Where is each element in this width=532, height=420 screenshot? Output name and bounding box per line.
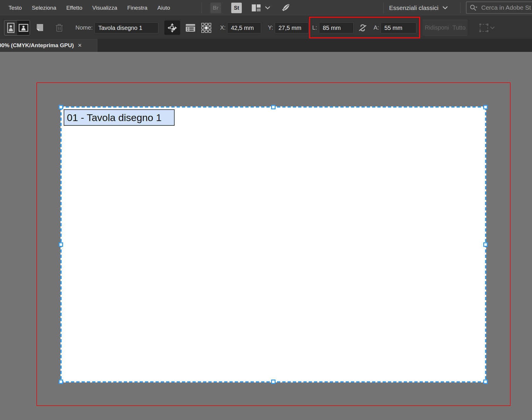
width-label: L: bbox=[312, 16, 317, 39]
trash-icon[interactable] bbox=[55, 23, 64, 32]
main-menu: Testo Seleziona Effetto Visualizza Fines… bbox=[4, 0, 175, 16]
width-input[interactable] bbox=[319, 22, 354, 33]
document-tab-title: 00% (CMYK/Anteprima GPU) bbox=[0, 42, 74, 49]
close-icon[interactable]: × bbox=[78, 42, 82, 49]
orientation-group bbox=[4, 20, 30, 35]
selection-handle-top-left[interactable] bbox=[59, 105, 63, 109]
reference-point-icon[interactable] bbox=[201, 22, 212, 33]
selection-handle-top-middle[interactable] bbox=[271, 105, 276, 109]
search-input[interactable] bbox=[481, 4, 532, 11]
canvas-area[interactable]: 01 - Tavola disegno 1 bbox=[0, 52, 532, 420]
menu-item-aiuto[interactable]: Aiuto bbox=[152, 0, 175, 16]
workspace-name: Essenziali classici bbox=[389, 4, 438, 11]
menu-item-testo[interactable]: Testo bbox=[4, 0, 27, 16]
bridge-icon[interactable]: Br bbox=[210, 3, 221, 13]
x-label: X: bbox=[220, 16, 226, 39]
stock-icon[interactable]: St bbox=[231, 3, 242, 13]
selection-handle-bottom-left[interactable] bbox=[59, 380, 63, 384]
selection-handle-bottom-middle[interactable] bbox=[271, 380, 276, 384]
height-label: A: bbox=[374, 16, 379, 39]
search-icon bbox=[469, 4, 478, 11]
height-input[interactable] bbox=[381, 22, 416, 33]
selection-handle-middle-left[interactable] bbox=[59, 242, 63, 247]
menubar-separator bbox=[460, 2, 460, 13]
rocket-icon[interactable] bbox=[280, 3, 291, 13]
artboard-options-icon[interactable] bbox=[185, 23, 196, 33]
rearrange-artboards-group: Ridisponi Tutto bbox=[423, 19, 468, 36]
menubar-separator bbox=[383, 2, 384, 13]
new-artboard-icon[interactable] bbox=[35, 23, 45, 32]
name-label: Nome: bbox=[75, 16, 93, 39]
artboard[interactable] bbox=[61, 107, 486, 382]
menubar-separator bbox=[202, 2, 202, 13]
chevron-down-icon[interactable] bbox=[265, 6, 270, 10]
rearrange-button[interactable]: Ridisponi bbox=[425, 24, 449, 31]
adobe-stock-search[interactable] bbox=[466, 1, 532, 14]
move-artboard-icon[interactable] bbox=[164, 21, 180, 35]
document-tab[interactable]: 00% (CMYK/Anteprima GPU) × bbox=[0, 39, 98, 52]
menu-item-seleziona[interactable]: Seleziona bbox=[27, 0, 61, 16]
landscape-orientation-icon[interactable] bbox=[17, 21, 30, 35]
menu-item-finestra[interactable]: Finestra bbox=[122, 0, 153, 16]
artboard-options-toolbar: Nome: bbox=[0, 16, 532, 39]
selection-handle-bottom-right[interactable] bbox=[483, 380, 488, 384]
menu-item-visualizza[interactable]: Visualizza bbox=[87, 0, 122, 16]
chevron-down-icon bbox=[443, 6, 448, 10]
rearrange-all-button[interactable]: Tutto bbox=[452, 24, 466, 31]
artboard-name-tag[interactable]: 01 - Tavola disegno 1 bbox=[64, 109, 175, 126]
menu-item-effetto[interactable]: Effetto bbox=[61, 0, 87, 16]
artboard-name-input[interactable] bbox=[94, 22, 158, 33]
selection-handle-top-right[interactable] bbox=[483, 105, 488, 109]
y-label: Y: bbox=[268, 16, 273, 39]
x-position-input[interactable] bbox=[227, 22, 261, 33]
document-tab-bar: 00% (CMYK/Anteprima GPU) × bbox=[0, 39, 532, 52]
workspace-layout-icon[interactable] bbox=[251, 4, 261, 12]
selection-handle-middle-right[interactable] bbox=[483, 242, 488, 247]
y-position-input[interactable] bbox=[275, 22, 309, 33]
rearrange-artboards-icon[interactable] bbox=[479, 23, 496, 33]
menu-bar: Testo Seleziona Effetto Visualizza Fines… bbox=[0, 0, 532, 16]
unlink-icon[interactable] bbox=[357, 23, 368, 33]
portrait-orientation-icon[interactable] bbox=[4, 21, 17, 35]
workspace-switcher[interactable]: Essenziali classici bbox=[389, 0, 448, 16]
